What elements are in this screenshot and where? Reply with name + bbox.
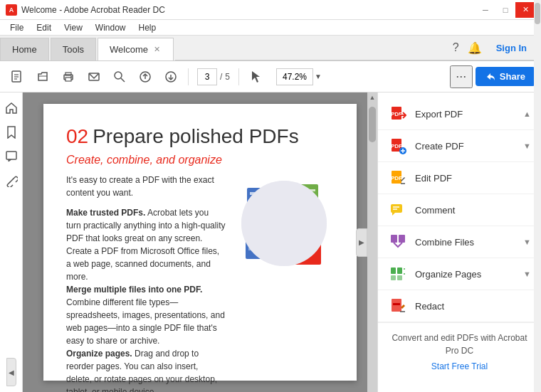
toolbar: 3 / 5 47.2% ▼ ··· Share [0,61,541,92]
start-free-trial-link[interactable]: Start Free Trial [388,360,531,373]
export-pdf-icon: PDF [388,104,408,124]
main-area: ◀ 02 Prepare polished PDFs Create, combi… [0,92,541,392]
vertical-scrollbar[interactable]: ▲ [367,92,377,392]
svg-rect-53 [391,267,396,274]
pdf-paragraph-1: Make trusted PDFs. Acrobat lets you turn… [66,206,226,283]
illustration-circle [241,181,327,266]
redact-icon [388,296,408,316]
svg-rect-51 [391,235,397,243]
toolbar-separator-1 [188,68,189,85]
menu-bar: File Edit View Window Help [0,20,541,36]
menu-help[interactable]: Help [133,21,162,34]
pdf-illustration: A [234,174,334,273]
sidebar-comment-icon[interactable] [1,147,21,166]
right-panel-item-redact[interactable]: Redact [378,290,541,322]
export-pdf-label: Export PDF [415,109,516,120]
export-pdf-chevron: ▲ [523,110,531,118]
create-pdf-icon: PDF [388,136,408,156]
share-icon [485,72,495,82]
close-button[interactable]: ✕ [515,2,535,18]
menu-window[interactable]: Window [90,21,132,34]
left-panel-toggle[interactable]: ◀ [6,358,16,386]
pdf-intro-paragraph: It's easy to create a PDF with the exact… [66,174,226,199]
pdf-section-number: 02 [66,125,88,148]
zoom-input[interactable]: 47.2% [276,68,313,85]
svg-rect-54 [397,267,402,274]
right-panel-item-edit-pdf[interactable]: PDF Edit PDF [378,162,541,194]
sidebar-bookmark-icon[interactable] [1,122,21,142]
upload-button[interactable] [134,65,157,88]
open-file-icon [36,70,49,83]
pdf-paragraph-3: Organize pages. Drag and drop to reorder… [66,347,226,392]
scroll-thumb [369,107,376,142]
download-icon [164,70,177,83]
search-button[interactable] [108,65,131,88]
edit-pdf-label: Edit PDF [415,173,531,184]
svg-line-17 [9,179,14,183]
window-title: Welcome - Adobe Acrobat Reader DC [21,5,165,15]
cursor-icon [250,70,263,83]
menu-file[interactable]: File [4,21,29,34]
tab-home-label: Home [12,44,37,55]
pdf-paragraph-2: Merge multiple files into one PDF. Combi… [66,283,226,347]
zoom-area: 47.2% ▼ [276,68,322,85]
combine-files-label: Combine Files [415,237,516,248]
notification-icon[interactable]: 🔔 [468,41,482,55]
app-icon-letter: A [9,6,14,14]
right-panel-item-create-pdf[interactable]: PDF Create PDF ▼ [378,130,541,162]
scroll-up-arrow[interactable]: ▲ [369,94,376,101]
pdf-content-area[interactable]: 02 Prepare polished PDFs Create, combine… [23,92,377,392]
svg-text:PDF: PDF [391,175,402,181]
right-panel-scrollbar[interactable] [534,92,541,392]
share-label: Share [500,71,525,82]
right-panel-item-comment[interactable]: Comment [378,194,541,226]
redact-label: Redact [415,301,531,312]
svg-line-10 [121,78,125,82]
svg-rect-60 [393,303,400,305]
tab-home[interactable]: Home [0,38,49,60]
zoom-chevron-icon[interactable]: ▼ [315,73,322,80]
tab-tools-label: Tools [63,44,84,55]
print-icon [62,70,75,83]
sidebar-home-icon[interactable] [1,98,21,118]
pdf-content-row: It's easy to create a PDF with the exact… [66,174,334,392]
email-button[interactable] [83,65,105,88]
combine-files-chevron: ▼ [523,238,531,246]
tab-close-icon[interactable]: ✕ [152,43,162,55]
combine-files-icon [388,232,408,252]
open-file-button[interactable] [31,65,54,88]
tab-welcome[interactable]: Welcome ✕ [98,38,174,60]
comment-label: Comment [415,205,531,216]
tab-tools[interactable]: Tools [51,38,96,60]
title-bar-left: A Welcome - Adobe Acrobat Reader DC [6,4,165,16]
svg-marker-15 [252,71,260,83]
search-icon [113,70,126,83]
svg-point-7 [70,76,72,78]
svg-rect-16 [6,152,16,159]
maximize-button[interactable]: □ [495,2,515,18]
share-button[interactable]: Share [476,67,535,86]
menu-edit[interactable]: Edit [31,21,57,34]
sidebar-link-icon[interactable] [1,171,21,191]
pdf-text-column: It's easy to create a PDF with the exact… [66,174,226,392]
right-nav-arrow[interactable]: ▶ [356,228,367,257]
menu-view[interactable]: View [58,21,88,34]
svg-rect-52 [399,235,405,243]
right-panel-item-combine[interactable]: Combine Files ▼ [378,226,541,258]
pdf-page: 02 Prepare polished PDFs Create, combine… [43,104,357,381]
minimize-button[interactable]: ─ [476,2,495,18]
download-button[interactable] [159,65,182,88]
cursor-tool-button[interactable] [245,65,268,88]
print-button[interactable] [57,65,80,88]
new-file-button[interactable] [6,65,28,88]
right-panel-item-export-pdf[interactable]: PDF Export PDF ▲ [378,98,541,130]
toolbar-separator-2 [238,68,239,85]
right-panel-item-organize[interactable]: Organize Pages ▼ [378,258,541,290]
page-input[interactable]: 3 [197,68,217,85]
pdf-subtitle: Create, combine, and organize [66,154,334,166]
svg-point-9 [115,72,122,79]
svg-rect-5 [65,78,71,81]
more-options-button[interactable]: ··· [450,65,473,88]
sign-in-button[interactable]: Sign In [490,40,532,56]
help-icon[interactable]: ? [453,41,459,54]
